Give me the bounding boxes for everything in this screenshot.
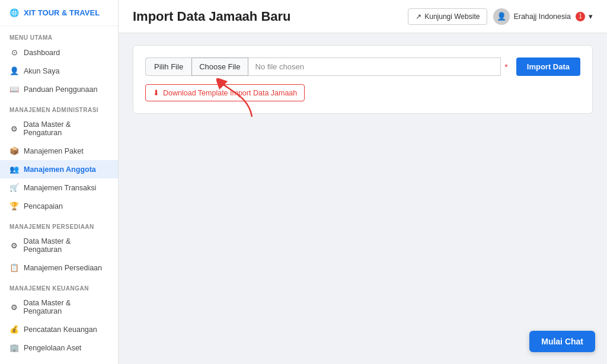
sidebar-item-label: Pengelolaan Aset [24,344,81,352]
chevron-down-icon: ▾ [589,12,593,21]
header-right: ↗ Kunjungi Website 👤 Erahajj Indonesia 1… [408,8,593,25]
content-area: Pilih File Choose File No file chosen * … [119,33,607,364]
manajemen-admin-label: MANAJEMEN ADMINISTRASI [0,98,118,116]
notification-badge: 1 [576,12,585,21]
download-icon: ⬇ [153,88,159,97]
sidebar: 🌐 XIT TOUR & TRAVEL MENU UTAMA ⊙ Dashboa… [0,0,119,364]
menu-utama-label: MENU UTAMA [0,26,118,43]
header: Import Data Jamaah Baru ↗ Kunjungi Websi… [119,0,607,33]
sidebar-item-pencatatan-keuangan[interactable]: 💰 Pencatatan Keuangan [0,320,118,339]
logo-icon: 🌐 [9,8,19,17]
pilih-file-label: Pilih File [145,58,191,76]
sidebar-item-panduan[interactable]: 📖 Panduan Penggunaan [0,80,118,98]
visit-website-button[interactable]: ↗ Kunjungi Website [408,8,487,25]
import-data-button[interactable]: Import Data [516,58,580,76]
mulai-chat-button[interactable]: Mulai Chat [529,331,595,352]
dashboard-icon: ⊙ [9,48,19,57]
sidebar-item-label: Manajemen Paket [24,147,84,155]
avatar: 👤 [493,8,510,25]
sidebar-item-pencapaian[interactable]: 🏆 Pencapaian [0,197,118,215]
gear-icon-3: ⚙ [9,303,19,312]
clipboard-icon: 📋 [9,263,19,272]
sidebar-item-data-master-keuangan[interactable]: ⚙ Data Master & Pengaturan [0,294,118,320]
page-title: Import Data Jamaah Baru [133,9,291,24]
package-icon: 📦 [9,146,19,155]
import-card: Pilih File Choose File No file chosen * … [133,45,593,114]
download-template-label: Download Template Import Data Jamaah [163,89,297,97]
user-info[interactable]: 👤 Erahajj Indonesia 1 ▾ [493,8,593,25]
sidebar-item-label: Manajemen Anggota [24,165,96,174]
choose-file-button[interactable]: Choose File [191,58,248,76]
book-icon: 📖 [9,85,19,94]
sidebar-item-akun-saya[interactable]: 👤 Akun Saya [0,62,118,80]
required-indicator: * [501,58,511,76]
sidebar-item-label: Manajemen Transaksi [24,184,96,192]
sidebar-item-pengelolaan-aset[interactable]: 🏢 Pengelolaan Aset [0,339,118,357]
sidebar-item-label: Dashboard [24,49,60,57]
manajemen-keuangan-label: MANAJEMEN KEUANGAN [0,277,118,294]
sidebar-item-manajemen-transaksi[interactable]: 🛒 Manajemen Transaksi [0,178,118,197]
sidebar-item-label: Data Master & Pengaturan [24,237,108,254]
cart-icon: 🛒 [9,183,19,192]
sidebar-item-label: Panduan Penggunaan [24,85,97,94]
sidebar-item-label: Manajemen Persediaan [24,264,102,272]
no-file-text: No file chosen [248,58,501,76]
external-link-icon: ↗ [416,12,421,21]
sidebar-item-manajemen-persediaan[interactable]: 📋 Manajemen Persediaan [0,258,118,277]
sidebar-item-label: Data Master & Pengaturan [24,299,108,315]
user-icon: 👤 [9,66,19,75]
sidebar-item-label: Pencatatan Keuangan [24,325,97,334]
group-icon: 👥 [9,165,19,174]
file-upload-row: Pilih File Choose File No file chosen * … [145,58,580,76]
building-icon: 🏢 [9,343,19,352]
sidebar-item-manajemen-paket[interactable]: 📦 Manajemen Paket [0,142,118,160]
trophy-icon: 🏆 [9,202,19,210]
money-icon: 💰 [9,325,19,334]
gear-icon: ⚙ [9,124,19,133]
logo-text: XIT TOUR & TRAVEL [24,8,100,17]
sidebar-item-data-master-persediaan[interactable]: ⚙ Data Master & Pengaturan [0,232,118,258]
gear-icon-2: ⚙ [9,241,19,250]
sidebar-logo: 🌐 XIT TOUR & TRAVEL [0,0,118,26]
user-name: Erahajj Indonesia [513,12,571,21]
sidebar-item-manajemen-anggota[interactable]: 👥 Manajemen Anggota [0,160,118,178]
sidebar-item-label: Akun Saya [24,67,59,75]
download-template-area: ⬇ Download Template Import Data Jamaah [145,84,580,101]
visit-btn-label: Kunjungi Website [424,12,480,21]
sidebar-item-label: Pencapaian [24,202,63,210]
sidebar-item-dashboard[interactable]: ⊙ Dashboard [0,43,118,62]
manajemen-persediaan-label: MANAJEMEN PERSEDIAAN [0,215,118,232]
sidebar-item-label: Data Master & Pengaturan [24,120,108,137]
sidebar-item-data-master-admin[interactable]: ⚙ Data Master & Pengaturan [0,116,118,142]
download-template-button[interactable]: ⬇ Download Template Import Data Jamaah [145,84,305,101]
main-content: Import Data Jamaah Baru ↗ Kunjungi Websi… [119,0,607,364]
